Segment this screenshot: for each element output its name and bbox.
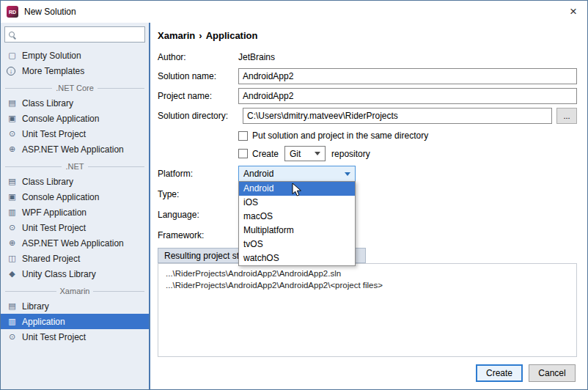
class-library-icon: ▤ <box>7 99 18 107</box>
more-templates-icon: ↓ <box>7 67 15 76</box>
create-button[interactable]: Create <box>476 364 523 382</box>
resulting-structure-preview: ...\RiderProjects\AndroidApp2\AndroidApp… <box>158 263 577 357</box>
library-icon: ▤ <box>7 302 18 310</box>
solution-name-label: Solution name: <box>158 71 238 81</box>
section-label: .NET <box>65 162 84 171</box>
unity-class-library-icon: ◆ <box>7 270 18 278</box>
console-application-icon: ▣ <box>7 193 18 201</box>
shared-project-icon: ◫ <box>7 254 18 262</box>
main-panel: Xamarin › Application Author: JetBrains … <box>150 23 587 389</box>
sidebar-item-aspnet-web-application-net[interactable]: ⊕ ASP.NET Web Application <box>1 235 149 251</box>
sidebar-item-unit-test-project-xamarin[interactable]: ⊙ Unit Test Project <box>1 329 149 345</box>
wpf-application-icon: ▥ <box>7 208 18 216</box>
dropdown-option-tvos[interactable]: tvOS <box>239 238 355 251</box>
sidebar-item-unit-test-project-netcore[interactable]: ⊙ Unit Test Project <box>1 126 149 141</box>
dropdown-option-watchos[interactable]: watchOS <box>239 251 355 265</box>
sidebar-item-class-library-netcore[interactable]: ▤ Class Library <box>1 95 149 111</box>
project-name-row: Project name: <box>158 88 577 104</box>
sidebar-item-more-templates[interactable]: ↓ More Templates <box>1 63 149 78</box>
sidebar-item-unit-test-project-net[interactable]: ⊙ Unit Test Project <box>1 220 149 235</box>
web-application-icon: ⊕ <box>7 145 18 153</box>
dropdown-option-multiplatform[interactable]: Multiplatform <box>239 224 355 238</box>
unit-test-icon: ⊙ <box>7 224 18 232</box>
template-sidebar: ▢ Empty Solution ↓ More Templates .NET C… <box>1 23 150 389</box>
cancel-button[interactable]: Cancel <box>529 364 576 382</box>
breadcrumb: Xamarin › Application <box>158 30 577 41</box>
chevron-down-icon <box>315 152 320 155</box>
create-repo-prefix-label: Create <box>252 149 279 159</box>
tab-label: Resulting project st <box>164 251 239 261</box>
platform-label: Platform: <box>158 169 238 179</box>
sidebar-section-net: .NET <box>1 159 149 174</box>
titlebar[interactable]: RD New Solution × <box>1 1 587 23</box>
platform-combobox-value: Android <box>243 169 273 179</box>
solution-directory-input[interactable] <box>243 108 552 124</box>
dialog-footer: Create Cancel <box>476 364 576 382</box>
dropdown-option-macos[interactable]: macOS <box>239 210 355 224</box>
sidebar-item-wpf-application[interactable]: ▥ WPF Application <box>1 205 149 220</box>
sidebar-item-shared-project[interactable]: ◫ Shared Project <box>1 251 149 266</box>
window-title: New Solution <box>24 7 76 17</box>
rider-logo-text: RD <box>9 10 16 15</box>
sidebar-item-unity-class-library[interactable]: ◆ Unity Class Library <box>1 266 149 282</box>
search-input[interactable] <box>18 29 141 40</box>
console-application-icon: ▣ <box>7 114 18 122</box>
sidebar-section-netcore: .NET Core <box>1 81 149 95</box>
same-directory-row: Put solution and project in the same dir… <box>238 129 577 142</box>
sidebar-item-console-application-net[interactable]: ▣ Console Application <box>1 189 149 205</box>
solution-name-input[interactable] <box>238 68 577 84</box>
breadcrumb-section[interactable]: Xamarin <box>158 30 195 41</box>
same-directory-label: Put solution and project in the same dir… <box>252 130 428 141</box>
unit-test-icon: ⊙ <box>7 130 18 138</box>
unit-test-icon: ⊙ <box>7 333 18 341</box>
project-name-label: Project name: <box>158 91 238 101</box>
repository-type-value: Git <box>290 149 301 159</box>
framework-label: Framework: <box>158 230 238 240</box>
sidebar-section-xamarin: Xamarin <box>1 284 149 298</box>
project-name-input[interactable] <box>238 88 577 104</box>
framework-row: Framework: <box>158 227 577 243</box>
language-label: Language: <box>158 210 238 220</box>
sidebar-item-aspnet-web-application-netcore[interactable]: ⊕ ASP.NET Web Application <box>1 141 149 157</box>
dropdown-option-ios[interactable]: iOS <box>239 196 355 210</box>
new-solution-dialog: RD New Solution × ▢ Empty Solution ↓ Mor… <box>0 0 588 390</box>
solution-directory-row: Solution directory: ... <box>158 108 577 124</box>
platform-dropdown-popup: Android iOS macOS Multiplatform tvOS wat… <box>238 181 356 266</box>
create-repository-row: Create Git repository <box>238 146 577 161</box>
create-repo-suffix-label: repository <box>331 149 370 159</box>
empty-solution-icon: ▢ <box>7 51 18 59</box>
platform-row: Platform: Android Android iOS macOS Mult… <box>158 166 577 182</box>
search-icon <box>9 32 15 37</box>
sidebar-item-class-library-net[interactable]: ▤ Class Library <box>1 174 149 189</box>
rider-logo-icon: RD <box>7 6 18 18</box>
preview-tabstrip: Resulting project st <box>158 248 577 263</box>
sidebar-item-empty-solution[interactable]: ▢ Empty Solution <box>1 48 149 63</box>
author-label: Author: <box>158 52 238 62</box>
sidebar-item-console-application-netcore[interactable]: ▣ Console Application <box>1 111 149 126</box>
class-library-icon: ▤ <box>7 177 18 185</box>
breadcrumb-page: Application <box>206 30 258 41</box>
chevron-down-icon <box>345 172 350 176</box>
language-row: Language: <box>158 207 577 223</box>
solution-name-row: Solution name: <box>158 68 577 84</box>
web-application-icon: ⊕ <box>7 239 18 247</box>
repository-type-combobox[interactable]: Git <box>284 146 326 161</box>
section-label: .NET Core <box>56 84 94 92</box>
type-row: Type: <box>158 186 577 202</box>
author-row: Author: JetBrains <box>158 50 577 65</box>
author-value: JetBrains <box>238 52 275 62</box>
mouse-cursor-icon <box>292 183 302 196</box>
platform-combobox[interactable]: Android Android iOS macOS Multiplatform … <box>238 166 356 182</box>
create-repository-checkbox[interactable] <box>238 149 248 158</box>
search-box[interactable] <box>4 26 145 43</box>
same-directory-checkbox[interactable] <box>238 131 248 141</box>
browse-button[interactable]: ... <box>556 108 577 124</box>
application-icon: ▥ <box>7 317 18 325</box>
sidebar-item-library-xamarin[interactable]: ▤ Library <box>1 298 149 314</box>
type-label: Type: <box>158 189 238 199</box>
solution-directory-label: Solution directory: <box>158 111 238 121</box>
sidebar-item-application-xamarin[interactable]: ▥ Application <box>1 314 149 329</box>
preview-line: ...\RiderProjects\AndroidApp2\AndroidApp… <box>166 279 569 291</box>
preview-line: ...\RiderProjects\AndroidApp2\AndroidApp… <box>166 268 569 279</box>
close-icon[interactable]: × <box>565 4 581 20</box>
